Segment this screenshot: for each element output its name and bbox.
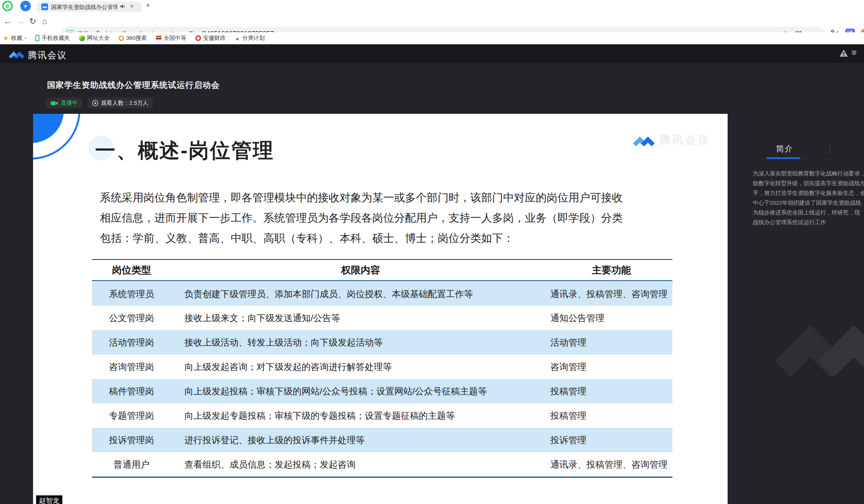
search-ring-icon xyxy=(119,36,124,41)
tencent-meeting-logo-icon xyxy=(8,48,25,60)
watermark-text: 腾讯会议 xyxy=(659,133,710,148)
star-icon: ★ xyxy=(3,34,9,42)
warning-icon xyxy=(839,49,848,57)
col-header-role: 岗位类型 xyxy=(92,264,171,277)
bookmark-label: 全国中等 xyxy=(164,35,186,42)
tab-introduction[interactable]: 简介 xyxy=(776,143,793,154)
table-row: 公文管理岗 接收上级来文；向下级发送通知/公告等 通知公告管理 xyxy=(92,306,672,330)
bookmark-label: 360搜索 xyxy=(126,35,147,42)
sidebar-divider xyxy=(736,160,864,160)
bookmark-site-directory[interactable]: 网址大全 xyxy=(79,35,110,42)
tab-close-icon[interactable]: × xyxy=(130,3,134,10)
table-row: 系统管理员 负责创建下级管理员、添加本部门成员、岗位授权、本级基础配置工作等 通… xyxy=(92,281,672,306)
refresh-icon[interactable]: ↻ xyxy=(29,17,36,26)
globe-icon xyxy=(79,35,85,41)
bookmark-national-site[interactable]: 全国中等 xyxy=(156,35,186,42)
table-row: 投诉管理岗 进行投诉登记、接收上级的投诉事件并处理等 投诉管理 xyxy=(92,428,672,452)
table-header-row: 岗位类型 权限内容 主要功能 xyxy=(92,260,672,281)
bookmark-label: 分类计划 xyxy=(242,35,265,42)
intro-line: 为稳步推进系统全国上线运行，经研究，现 xyxy=(753,208,864,217)
brand-name: 腾讯会议 xyxy=(28,49,67,61)
browser-tab-strip: e ➤ 国家学生资助战线办公管理 × + xyxy=(0,0,864,12)
tab-active-indicator xyxy=(766,157,800,159)
live-page-main: 国家学生资助战线办公管理系统试运行启动会 直播中 观看人数：2.5万人 一、概述… xyxy=(0,63,864,504)
bookmark-label: 手机收藏夹 xyxy=(42,35,70,42)
emblem-icon xyxy=(195,35,201,41)
triangle-icon: ▲ xyxy=(235,35,240,41)
bookmark-label: 收藏 xyxy=(11,35,22,42)
paragraph-line: 相应信息，进而开展下一步工作。系统管理员为各学段各岗位分配用户，支持一人多岗，业… xyxy=(100,208,623,228)
report-button[interactable]: 举 xyxy=(839,49,857,57)
paragraph-line: 系统采用岗位角色制管理，即各管理模块中的接收对象为某一或多个部门时，该部门中对应… xyxy=(100,187,623,208)
video-player[interactable]: 一、概述-岗位管理 腾讯会议 系统采用岗位角色制管理，即各管理模块中的接收对象为… xyxy=(33,114,728,504)
pinned-app-icon[interactable]: ➤ xyxy=(20,1,31,11)
background-watermark-logo-icon xyxy=(770,300,864,386)
forward-icon[interactable]: → xyxy=(17,17,25,26)
home-icon[interactable]: ⌂ xyxy=(42,17,47,26)
report-label-partial: 举 xyxy=(851,50,857,57)
table-row: 专题管理岗 向上级发起专题投稿；审核下级的专题投稿；设置专题征稿的主题等 投稿管… xyxy=(92,403,672,428)
roles-table: 岗位类型 权限内容 主要功能 系统管理员 负责创建下级管理员、添加本部门成员、岗… xyxy=(92,259,672,478)
camera-icon xyxy=(51,100,58,106)
flag-icon xyxy=(156,36,162,41)
sidebar: 简介 为深入落实部党组教育数字化战略行动要求， 助数字化转型升级，切实提高学生资… xyxy=(736,126,864,504)
phone-icon xyxy=(35,35,39,41)
play-circle-icon xyxy=(92,100,98,106)
col-header-functions: 主要功能 xyxy=(550,264,672,277)
new-tab-button[interactable]: + xyxy=(146,1,150,10)
viewers-badge: 观看人数：2.5万人 xyxy=(88,98,153,109)
browser-logo-icon[interactable]: e xyxy=(2,1,13,11)
tab-favicon-icon xyxy=(41,3,48,10)
slide-title: 一、概述-岗位管理 xyxy=(95,137,274,164)
live-title: 国家学生资助战线办公管理系统试运行启动会 xyxy=(47,80,220,91)
live-badge-label: 直播中 xyxy=(61,100,78,107)
bookmark-favorites[interactable]: ★ 收藏 ▾ xyxy=(3,34,26,42)
intro-line: 战线办公管理系统试运行工作 xyxy=(753,217,864,227)
meeting-header: 腾讯会议 举 xyxy=(0,44,864,63)
bookmark-phone-favorites[interactable]: 手机收藏夹 xyxy=(35,35,70,42)
table-body: 系统管理员 负责创建下级管理员、添加本部门成员、岗位授权、本级基础配置工作等 通… xyxy=(92,281,672,477)
viewers-count: 观看人数：2.5万人 xyxy=(101,100,148,107)
col-header-permissions: 权限内容 xyxy=(171,264,550,277)
intro-line: 助数字化转型升级，切实提高学生资助战线办 xyxy=(753,178,864,188)
intro-line: 中心于2022年组织建设了国家学生资助战线 xyxy=(753,198,864,208)
paragraph-line: 包括：学前、义教、普高、中职、高职（专科）、本科、硕士、博士；岗位分类如下： xyxy=(100,228,623,248)
table-row: 稿件管理岗 向上级发起投稿；审核下级的网站/公众号投稿；设置网站/公众号征稿主题… xyxy=(92,379,672,403)
table-row: 活动管理岗 接收上级活动、转发上级活动；向下级发起活动等 活动管理 xyxy=(92,330,672,355)
table-row: 咨询管理岗 向上级发起咨询；对下级发起的咨询进行解答处理等 咨询管理 xyxy=(92,355,672,379)
caret-down-icon: ▾ xyxy=(24,36,26,40)
table-row: 普通用户 查看组织、成员信息；发起投稿；发起咨询 通讯录、投稿管理、咨询管理 xyxy=(92,452,672,477)
bookmark-360-search[interactable]: 360搜索 xyxy=(119,35,147,42)
tab-audio-icon[interactable] xyxy=(120,4,126,11)
tab-divider xyxy=(830,144,830,154)
introduction-text: 为深入落实部党组教育数字化战略行动要求， 助数字化转型升级，切实提高学生资助战线… xyxy=(753,169,864,227)
browser-toolbar: ← → ↻ ⌂ 证 腾讯 https://meeting.tencent.com… xyxy=(0,12,864,32)
active-tab[interactable]: 国家学生资助战线办公管理 × xyxy=(37,2,141,12)
intro-line: 平，努力打造学生资助数字化服务新生态，全 xyxy=(753,188,864,198)
slide-paragraph: 系统采用岗位角色制管理，即各管理模块中的接收对象为某一或多个部门时，该部门中对应… xyxy=(100,187,623,248)
tab-title: 国家学生资助战线办公管理 xyxy=(51,4,117,11)
bookmark-label: 网址大全 xyxy=(87,35,110,42)
bookmarks-bar: ★ 收藏 ▾ 手机收藏夹 网址大全 360搜索 全国中等 安徽财政 ▲ 分类计划 xyxy=(0,32,864,44)
live-status-badge: 直播中 xyxy=(46,98,82,109)
presenter-name-tag: 赵智龙 xyxy=(36,495,62,504)
intro-line: 为深入落实部党组教育数字化战略行动要求， xyxy=(753,169,864,178)
bookmark-category-plan[interactable]: ▲ 分类计划 xyxy=(235,35,265,42)
slide-watermark: 腾讯会议 xyxy=(632,132,710,148)
bookmark-label: 安徽财政 xyxy=(203,35,226,42)
tencent-meeting-logo-icon xyxy=(632,132,656,148)
bookmark-anhui-finance[interactable]: 安徽财政 xyxy=(195,35,226,42)
back-icon[interactable]: ← xyxy=(4,17,12,26)
